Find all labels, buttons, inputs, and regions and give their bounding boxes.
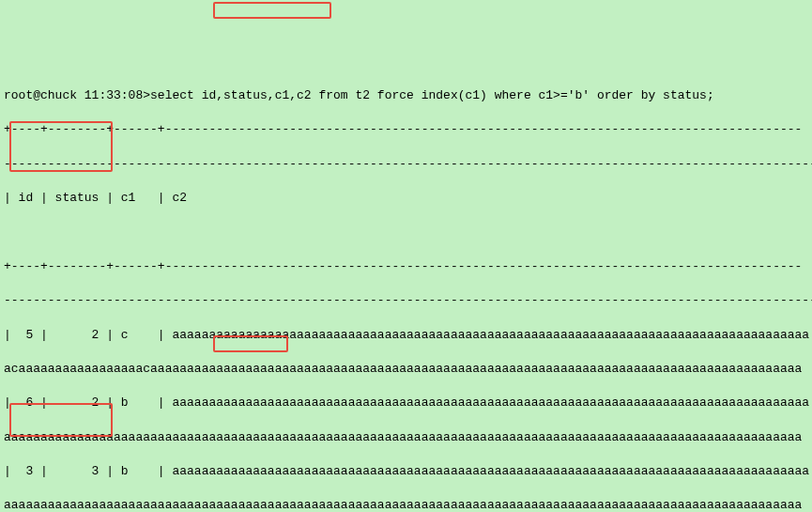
query1-row2: | 6 | 2 | b | aaaaaaaaaaaaaaaaaaaaaaaaaa…	[4, 395, 808, 411]
blank-line	[4, 224, 808, 240]
query1-header: | id | status | c1 | c2	[4, 190, 808, 207]
query1-row3: | 3 | 3 | b | aaaaaaaaaaaaaaaaaaaaaaaaaa…	[4, 463, 808, 480]
query1-row1: | 5 | 2 | c | aaaaaaaaaaaaaaaaaaaaaaaaaa…	[4, 327, 808, 344]
query1-separator: +----+--------+------+------------------…	[4, 258, 808, 275]
query1-prompt[interactable]: root@chuck 11:33:08>select id,status,c1,…	[4, 87, 808, 104]
terminal-output: root@chuck 11:33:08>select id,status,c1,…	[4, 70, 808, 512]
query1-separator: +----+--------+------+------------------…	[4, 121, 808, 138]
query1-row2-cont: aaaaaaaaaaaaaaaaaaaaaaaaaaaaaaaaaaaaaaaa…	[4, 429, 808, 446]
query1-separator-dash: ----------------------------------------…	[4, 292, 808, 309]
query1-row3-cont: aaaaaaaaaaaaaaaaaaaaaaaaaaaaaaaaaaaaaaaa…	[4, 497, 808, 512]
query1-row1-cont: acaaaaaaaaaaaaaaaaacaaaaaaaaaaaaaaaaaaaa…	[4, 361, 808, 378]
query1-separator-dash: ----------------------------------------…	[4, 156, 808, 173]
highlight-columns-query1	[213, 2, 331, 19]
